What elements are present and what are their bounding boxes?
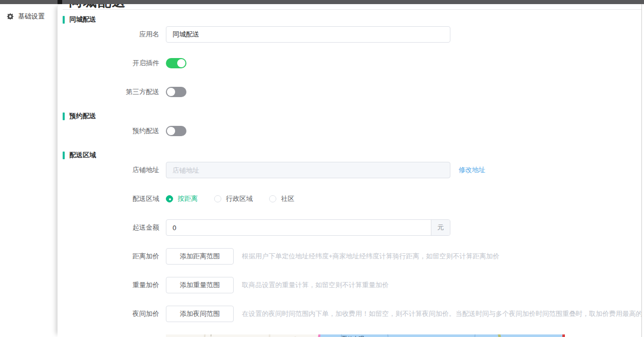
modify-address-link[interactable]: 修改地址 bbox=[459, 165, 485, 175]
map-roads bbox=[166, 334, 565, 337]
section-bar-icon bbox=[63, 113, 65, 120]
reserve-delivery-label: 预约配送 bbox=[63, 126, 166, 136]
plugin-enable-label: 开启插件 bbox=[63, 59, 166, 68]
row-min-amount: 起送金额 元 bbox=[63, 219, 641, 236]
radio-community[interactable]: 社区 bbox=[269, 194, 294, 203]
min-amount-input[interactable] bbox=[166, 220, 431, 235]
add-weight-range-button[interactable]: 添加重量范围 bbox=[166, 277, 234, 293]
reserve-delivery-toggle[interactable] bbox=[166, 126, 186, 136]
sidebar-item-label: 基础设置 bbox=[18, 12, 45, 21]
toggle-knob bbox=[177, 59, 185, 67]
weight-fee-label: 重量加价 bbox=[63, 280, 166, 290]
weight-fee-hint: 取商品设置的重量计算，如留空则不计算重量加价 bbox=[242, 280, 641, 290]
toggle-knob bbox=[167, 88, 175, 96]
radio-by-distance[interactable]: 按距离 bbox=[166, 194, 198, 203]
row-distance-fee: 距离加价 添加距离范围 根据用户下单定位地址经纬度+商家地址经纬度计算骑行距离，… bbox=[63, 248, 641, 265]
add-distance-range-button[interactable]: 添加距离范围 bbox=[166, 248, 234, 265]
section-city-delivery: 同城配送 bbox=[63, 16, 641, 23]
row-plugin-enable: 开启插件 bbox=[63, 55, 641, 71]
distance-fee-hint: 根据用户下单定位地址经纬度+商家地址经纬度计算骑行距离，如留空则不计算距离加价 bbox=[242, 252, 641, 261]
settings-sidebar: 基础设置 bbox=[0, 4, 58, 337]
top-edge-bar bbox=[0, 0, 644, 4]
gear-icon bbox=[7, 13, 14, 20]
row-delivery-area-map: 配送区域 bbox=[63, 334, 641, 337]
shop-address-input-wrap bbox=[166, 162, 450, 178]
section-bar-icon bbox=[63, 152, 65, 159]
shop-address-input[interactable] bbox=[166, 162, 450, 178]
sidebar-item-basic-settings[interactable]: 基础设置 bbox=[0, 9, 58, 24]
radio-label: 社区 bbox=[281, 194, 294, 203]
min-amount-label: 起送金额 bbox=[63, 223, 166, 232]
night-fee-hint: 在设置的夜间时间范围内下单，加收费用！如留空，则不计算夜间加价。当配送时间与多个… bbox=[242, 309, 641, 319]
area-mode-radio-group: 按距离 行政区域 社区 bbox=[166, 194, 311, 203]
top-edge-notch bbox=[58, 0, 62, 4]
section-delivery-area: 配送区域 bbox=[63, 152, 641, 159]
row-third-party: 第三方配送 bbox=[63, 84, 641, 100]
distance-fee-label: 距离加价 bbox=[63, 252, 166, 261]
radio-circle-icon bbox=[269, 195, 276, 202]
third-party-toggle[interactable] bbox=[166, 87, 186, 97]
radio-admin-region[interactable]: 行政区域 bbox=[214, 194, 253, 203]
section-reserve-delivery: 预约配送 bbox=[63, 113, 641, 120]
plugin-enable-toggle[interactable] bbox=[166, 58, 186, 68]
third-party-label: 第三方配送 bbox=[63, 87, 166, 97]
row-reserve-delivery: 预约配送 bbox=[63, 123, 641, 139]
section-title: 预约配送 bbox=[69, 111, 96, 121]
settings-content: 同城配送 同城配送 应用名 开启插件 第三方配送 bbox=[58, 4, 641, 337]
scrollbar-track[interactable] bbox=[641, 4, 644, 337]
app-name-input[interactable] bbox=[166, 27, 450, 42]
radio-label: 行政区域 bbox=[226, 194, 253, 203]
app-name-label: 应用名 bbox=[63, 30, 166, 39]
map-area-label: 配送区域 bbox=[63, 334, 166, 337]
app-name-input-wrap bbox=[166, 26, 450, 43]
delivery-area-map[interactable]: 华林国际C馆 广州市儿童医院 + + 五仙古观 路 合润广场 Y 北京路 Y bbox=[166, 334, 565, 337]
add-night-range-button[interactable]: 添加夜间范围 bbox=[166, 306, 234, 322]
radio-circle-icon bbox=[214, 195, 221, 202]
page-title-area: 同城配送 bbox=[63, 4, 641, 10]
row-night-fee: 夜间加价 添加夜间范围 在设置的夜间时间范围内下单，加收费用！如留空，则不计算夜… bbox=[63, 306, 641, 322]
row-app-name: 应用名 bbox=[63, 26, 641, 43]
area-mode-label: 配送区域 bbox=[63, 194, 166, 203]
unit-suffix: 元 bbox=[431, 220, 450, 235]
row-area-mode: 配送区域 按距离 行政区域 社区 bbox=[63, 191, 641, 207]
min-amount-input-wrap: 元 bbox=[166, 219, 450, 236]
row-weight-fee: 重量加价 添加重量范围 取商品设置的重量计算，如留空则不计算重量加价 bbox=[63, 277, 641, 293]
section-title: 同城配送 bbox=[69, 15, 96, 24]
toggle-knob bbox=[167, 127, 175, 135]
page-layout: 基础设置 同城配送 同城配送 应用名 开启插件 第三方配送 bbox=[0, 4, 641, 337]
shop-address-label: 店铺地址 bbox=[63, 165, 166, 175]
map-label-wuxian[interactable]: 五仙古观 bbox=[342, 335, 364, 337]
page-title: 同城配送 bbox=[69, 4, 126, 10]
row-shop-address: 店铺地址 修改地址 bbox=[63, 162, 641, 178]
radio-circle-icon bbox=[166, 195, 173, 202]
section-bar-icon bbox=[63, 16, 65, 24]
night-fee-label: 夜间加价 bbox=[63, 309, 166, 319]
section-title: 配送区域 bbox=[69, 151, 96, 160]
radio-label: 按距离 bbox=[178, 194, 198, 203]
